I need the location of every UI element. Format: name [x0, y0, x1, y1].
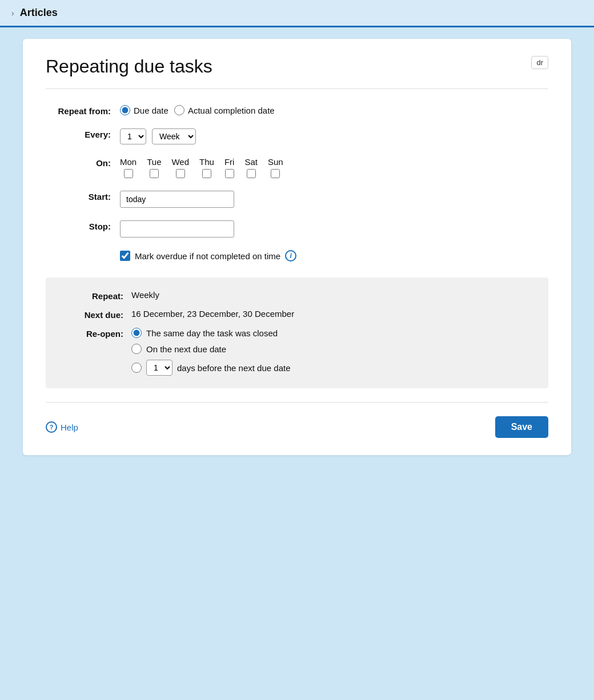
days-content: Mon Tue Wed Thu Fri — [120, 157, 548, 178]
save-button[interactable]: Save — [495, 416, 548, 438]
reopen-radio-2[interactable] — [131, 363, 142, 373]
day-check-sun[interactable] — [271, 169, 280, 178]
start-row: Start: — [46, 191, 548, 208]
day-col-mon: Mon — [120, 157, 137, 178]
main-card: Repeating due tasks dr Repeat from: Due … — [23, 39, 571, 455]
day-check-thu[interactable] — [202, 169, 211, 178]
repeat-from-row: Repeat from: Due date Actual completion … — [46, 105, 548, 116]
help-link[interactable]: ? Help — [46, 421, 78, 433]
overdue-checkbox[interactable] — [120, 251, 130, 261]
chevron-icon: › — [11, 9, 14, 18]
repeat-from-options: Due date Actual completion date — [120, 105, 548, 115]
reopen-option-0[interactable]: The same day the task was closed — [131, 328, 290, 338]
reopen-option-1-label: On the next due date — [146, 344, 226, 354]
start-input[interactable] — [120, 191, 234, 208]
summary-next-due-label: Next due: — [63, 309, 131, 320]
summary-repeat-value: Weekly — [131, 290, 159, 300]
day-label-sat: Sat — [244, 157, 258, 167]
reopen-option-2-label: days before the next due date — [177, 363, 290, 373]
summary-reopen-label: Re-open: — [63, 328, 131, 339]
dr-badge: dr — [531, 56, 548, 69]
day-col-sat: Sat — [244, 157, 258, 178]
every-label: Every: — [46, 128, 120, 139]
repeat-from-due-date[interactable]: Due date — [120, 105, 168, 115]
repeat-from-actual-radio[interactable] — [174, 105, 184, 115]
overdue-row: Mark overdue if not completed on time i — [120, 250, 548, 262]
info-icon[interactable]: i — [285, 250, 296, 262]
day-check-mon[interactable] — [124, 169, 133, 178]
summary-repeat-label: Repeat: — [63, 290, 131, 301]
reopen-options: The same day the task was closed On the … — [131, 328, 290, 376]
summary-box: Repeat: Weekly Next due: 16 December, 23… — [46, 277, 548, 388]
stop-label: Stop: — [46, 220, 120, 231]
summary-next-due-row: Next due: 16 December, 23 December, 30 D… — [63, 309, 531, 320]
day-label-fri: Fri — [224, 157, 235, 167]
help-label: Help — [61, 423, 78, 432]
repeat-from-due-date-radio[interactable] — [120, 105, 130, 115]
stop-input[interactable] — [120, 220, 234, 238]
day-label-thu: Thu — [199, 157, 214, 167]
help-circle-icon: ? — [46, 421, 57, 433]
every-controls: 1 2 3 4 5 Day Week Month Year — [120, 128, 548, 144]
day-col-fri: Fri — [224, 157, 235, 178]
day-check-fri[interactable] — [225, 169, 234, 178]
start-label: Start: — [46, 191, 120, 202]
start-content — [120, 191, 548, 208]
top-bar-title: Articles — [20, 7, 58, 19]
on-label: On: — [46, 157, 120, 168]
summary-repeat-row: Repeat: Weekly — [63, 290, 531, 301]
top-bar: › Articles — [0, 0, 594, 27]
card-footer: ? Help Save — [46, 414, 548, 438]
card-title: Repeating due tasks — [46, 56, 212, 77]
overdue-label: Mark overdue if not completed on time — [135, 251, 280, 261]
repeat-from-due-date-label: Due date — [134, 106, 168, 115]
every-row: Every: 1 2 3 4 5 Day Week Month Year — [46, 128, 548, 144]
summary-reopen-row: Re-open: The same day the task was close… — [63, 328, 531, 376]
reopen-option-2[interactable]: 1 2 3 4 5 days before the next due date — [131, 360, 290, 376]
day-check-wed[interactable] — [176, 169, 185, 178]
bottom-divider — [46, 402, 548, 403]
reopen-radio-0[interactable] — [131, 328, 142, 338]
reopen-option-1[interactable]: On the next due date — [131, 344, 290, 354]
every-number-select[interactable]: 1 2 3 4 5 — [120, 128, 146, 144]
stop-content — [120, 220, 548, 238]
day-col-tue: Tue — [147, 157, 161, 178]
day-col-wed: Wed — [171, 157, 189, 178]
day-label-sun: Sun — [268, 157, 283, 167]
days-grid: Mon Tue Wed Thu Fri — [120, 157, 283, 178]
stop-row: Stop: — [46, 220, 548, 238]
day-col-sun: Sun — [268, 157, 283, 178]
day-label-wed: Wed — [171, 157, 189, 167]
day-check-tue[interactable] — [150, 169, 159, 178]
reopen-option-0-label: The same day the task was closed — [146, 328, 278, 338]
repeat-from-label: Repeat from: — [46, 105, 120, 116]
day-label-tue: Tue — [147, 157, 161, 167]
day-label-mon: Mon — [120, 157, 137, 167]
day-col-thu: Thu — [199, 157, 214, 178]
summary-next-due-value: 16 December, 23 December, 30 December — [131, 309, 294, 319]
days-before-select[interactable]: 1 2 3 4 5 — [146, 360, 172, 376]
every-period-select[interactable]: Day Week Month Year — [152, 128, 196, 144]
on-row: On: Mon Tue Wed Thu — [46, 157, 548, 178]
reopen-radio-1[interactable] — [131, 344, 142, 354]
repeat-from-actual-label: Actual completion date — [188, 106, 275, 115]
repeat-from-actual[interactable]: Actual completion date — [174, 105, 275, 115]
card-header: Repeating due tasks dr — [46, 56, 548, 77]
header-divider — [46, 88, 548, 89]
day-check-sat[interactable] — [247, 169, 256, 178]
